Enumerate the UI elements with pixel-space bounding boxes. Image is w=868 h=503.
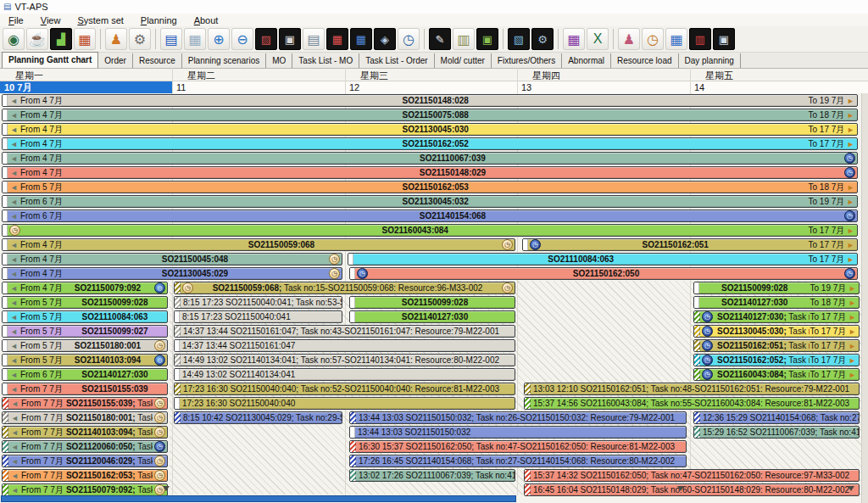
save-dark-icon[interactable]: ▣ [279, 28, 301, 50]
grid-red-blue-icon[interactable]: ▦ [326, 28, 348, 50]
gantt-bar[interactable]: ◄From 7 7月SO21120060:050; Task n...◷ [2, 440, 168, 453]
gantt-bar[interactable]: 8:15 17:23 SO21150040:041 [174, 310, 342, 323]
gantt-bar[interactable]: ◄From 5 7月SO21110084:063 [2, 310, 168, 323]
lens-icon[interactable]: ◉ [3, 28, 25, 50]
books-red-icon[interactable]: ▥ [689, 28, 711, 50]
gantt-bar[interactable]: 15:37 14:32 SO21150162:050; Task no:47-S… [524, 469, 860, 482]
tab-resource-load[interactable]: Resource load [611, 53, 678, 68]
gantt-bar[interactable]: ◄From 5 7月SO21150099:027 [2, 325, 168, 338]
person-clock-icon[interactable]: ♟ [618, 28, 640, 50]
blocks-dark-icon[interactable]: ▦ [350, 28, 372, 50]
tab-task-list-order[interactable]: Task List - Order [359, 53, 434, 68]
monitor-dark-icon[interactable]: ▣ [476, 28, 498, 50]
date-cell[interactable]: 13 [517, 81, 531, 93]
gantt-bar[interactable]: ◷SO21160043:084To 17 7月 ► [2, 224, 858, 237]
gantt-bar[interactable]: ◷SO21130045:030; Task no:3...To 17 7月 ► [693, 325, 860, 338]
tab-fixtures-others[interactable]: Fixtures/Others [492, 53, 562, 68]
gantt-bar[interactable]: 13:02 17:26 SO21110067:039; Task no:41-S… [349, 469, 515, 482]
gear-dark-icon[interactable]: ⚙ [531, 28, 554, 50]
tab-planning-gantt-chart[interactable]: Planning Gantt chart [2, 52, 98, 68]
excel-icon[interactable]: X [587, 28, 609, 50]
gantt-bar[interactable]: ◄From 4 7月SO21150079:092◍ [2, 282, 168, 294]
date-cell[interactable]: 10 7月 [0, 81, 172, 93]
gantt-bar[interactable]: ◷SO21140127:030; Task no:2...To 17 7月 ► [693, 310, 860, 323]
floppy-dark-icon[interactable]: ▣ [713, 28, 735, 50]
gantt-bar[interactable]: 15:37 14:56 SO21160043:084; Task no:55-S… [524, 397, 860, 410]
scroll-down-arrow[interactable] [163, 486, 170, 491]
gantt-bar[interactable]: 8:15 17:23 SO21150040:041; Task no:53-SO… [174, 296, 342, 309]
gantt-bar[interactable]: ◄From 4 7月SO21130045:030To 17 7月 ► [2, 123, 858, 136]
clock-map-icon[interactable]: ◷ [398, 28, 420, 50]
gantt-bar[interactable]: 17:26 16:45 SO21140154:068; Task no:27-S… [349, 455, 687, 467]
tag-dark-icon[interactable]: ▨ [255, 28, 277, 50]
gantt-bar[interactable]: 17:23 16:30 SO21150040:040; Task no:52-S… [174, 383, 515, 395]
gantt-bar[interactable]: ◄From 4 7月SO21110067:039◷ [2, 152, 858, 165]
gantt-bar[interactable]: ◄From 7 7月SO21150162:053; Task n...◷ [2, 469, 168, 482]
gantt-bar[interactable]: ◄From 4 7月SO21150075:088To 18 7月 ► [2, 109, 858, 121]
gantt-bar[interactable]: 13:44 13:03 SO21150150:032; Task no:26-S… [349, 411, 687, 424]
gantt-bar[interactable]: ◄From 5 7月SO21140103:094◍ [2, 354, 168, 366]
gantt-bar[interactable]: ◄From 4 7月SO21150045:048◷ [2, 253, 342, 265]
menu-file[interactable]: File [0, 15, 32, 25]
menu-view[interactable]: View [32, 15, 70, 25]
gantt-bar[interactable]: ◄From 4 7月SO21150148:028To 19 7月 ► [2, 94, 858, 107]
vertical-scrollbar[interactable] [861, 93, 868, 503]
gantt-bar[interactable]: ◄From 5 7月SO21150162:053To 18 7月 ► [2, 181, 858, 193]
gantt-bar[interactable]: 16:30 15:37 SO21150162:050; Task no:47-S… [349, 440, 687, 453]
gantt-bar[interactable]: ◄From 4 7月SO21150148:029◷ [2, 166, 858, 179]
tab-mold-cutter[interactable]: Mold/ cutter [435, 53, 492, 68]
gantt-icon[interactable]: ▤ [160, 28, 182, 50]
grid-purple-icon[interactable]: ▦ [563, 28, 585, 50]
gantt-bar[interactable]: ◷SO21150162:050◷ [349, 267, 858, 280]
gantt-bar[interactable]: 14:49 13:02 SO21140134:041 [174, 368, 515, 381]
gantt-bar[interactable]: ◄From 4 7月SO21150059:068◷ [2, 238, 515, 251]
gantt-bar[interactable]: 15:29 16:52 SO21110067:039; Task no:41-S… [693, 426, 860, 439]
gantt-bar[interactable]: SO21140127:030To 18 7月 ► [693, 296, 860, 309]
gantt-bar[interactable]: 13:44 13:03 SO21150150:032 [349, 426, 687, 439]
gantt-bar[interactable]: ◷SO21160043:084; Task no:5...To 17 7月 ► [693, 368, 860, 381]
gantt-bar[interactable]: 14:49 13:02 SO21140134:041; Task no:57-S… [174, 354, 515, 366]
menu-planning[interactable]: Planning [132, 15, 186, 25]
gantt-bar[interactable]: ◄From 4 7月SO21130045:029◷ [2, 267, 342, 280]
gantt-bar[interactable]: SO21140127:030 [349, 310, 515, 323]
tab-day-planning[interactable]: Day planning [679, 53, 741, 68]
folder-dark-icon[interactable]: ▧ [508, 28, 530, 50]
scroll-down-arrow[interactable] [677, 486, 684, 491]
gantt-bar[interactable]: 13:03 12:10 SO21150162:051; Task no:48-S… [524, 383, 860, 395]
gantt-bar[interactable]: ◄From 7 7月SO21150079:092; Task n...◷ [2, 483, 168, 496]
gantt-bar[interactable]: 17:23 16:30 SO21150040:040 [174, 397, 515, 410]
gantt-bar[interactable]: ◷SO21150162:052; Task no:4...To 17 7月 ► [693, 354, 860, 366]
tab-abnormal[interactable]: Abnormal [562, 53, 611, 68]
knife-dark-icon[interactable]: ✎ [429, 28, 451, 50]
clipboard-clock-icon[interactable]: ▥ [453, 28, 475, 50]
calendar-icon[interactable]: ▦ [74, 28, 96, 50]
tab-resource[interactable]: Resource [133, 53, 182, 68]
tab-order[interactable]: Order [98, 53, 133, 68]
gantt-bar[interactable]: ◄From 5 7月SO21150099:028 [2, 296, 168, 309]
table-chart-icon[interactable]: ▦ [184, 28, 206, 50]
gears-icon[interactable]: ⚙ [129, 28, 151, 50]
gantt-bar[interactable]: ◄From 7 7月SO21140103:094; Task n...◷ [2, 426, 168, 439]
date-cell[interactable]: 11 [172, 81, 186, 93]
menu-system-set[interactable]: System set [69, 15, 131, 25]
teapot-icon[interactable]: ☕ [26, 28, 48, 50]
hscroll-thumb[interactable] [1, 495, 516, 502]
printer-icon[interactable]: ▤ [303, 28, 325, 50]
gantt-bar[interactable]: SO21110084:063To 17 7月 ► [348, 253, 858, 265]
shield-dark-icon[interactable]: ◈ [374, 28, 396, 50]
gantt-bar[interactable]: SO21150099:028To 19 7月 ► [693, 282, 860, 294]
tab-mo[interactable]: MO [266, 53, 292, 68]
gantt-bar[interactable]: ◄From 6 7月SO21140154:068◷ [2, 210, 858, 222]
gantt-bar[interactable]: 14:37 13:44 SO21150161:047 [174, 339, 515, 352]
gantt-bar[interactable]: 12:36 15:29 SO21140154:068; Task no:27-S… [693, 411, 860, 424]
gantt-bar[interactable]: 14:37 13:44 SO21150161:047; Task no:43-S… [174, 325, 515, 338]
chart-icon[interactable]: ▟ [50, 28, 72, 50]
grid-refresh-icon[interactable]: ▦ [665, 28, 687, 50]
menu-about[interactable]: About [186, 15, 227, 25]
gantt-bar[interactable]: ◄From 7 7月SO21150155:039 [2, 383, 168, 395]
gantt-bar[interactable]: ◷SO21150162:051; Task no:4...To 17 7月 ► [693, 339, 860, 352]
zoom-in-icon[interactable]: ⊕ [208, 28, 230, 50]
gantt-bar[interactable]: 16:45 16:04 SO21150148:029; Task no:60-S… [524, 483, 860, 496]
gantt-bar[interactable]: ◄From 4 7月SO21150162:052To 17 7月 ► [2, 137, 858, 150]
gantt-bar[interactable]: ◄From 5 7月SO21150180:001◷ [2, 339, 168, 352]
